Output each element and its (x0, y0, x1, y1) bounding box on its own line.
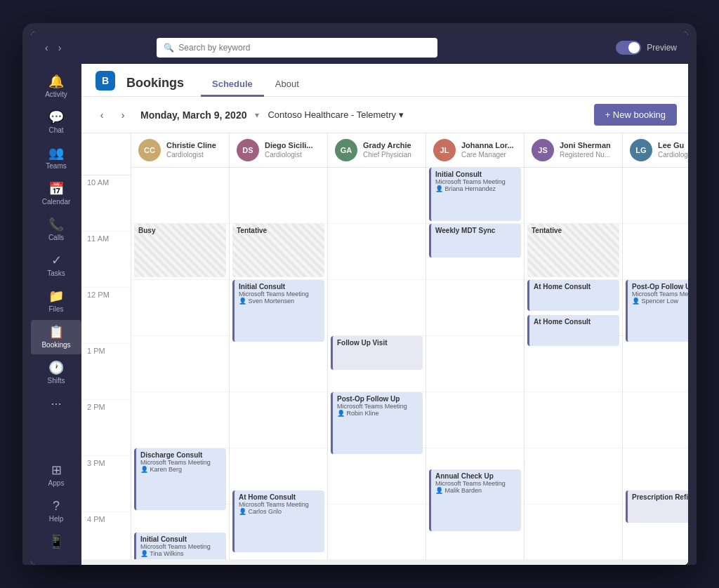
chat-icon: 💬 (48, 111, 64, 123)
search-bar[interactable]: 🔍 (157, 38, 437, 58)
grid-row (426, 336, 524, 392)
event-title: Tentative (237, 227, 267, 234)
sidebar-item-help[interactable]: ? Help (31, 494, 81, 528)
event-postop-grady[interactable]: Post-Op Follow Up Microsoft Teams Meetin… (331, 392, 423, 454)
grid-row (131, 392, 229, 448)
staff-role-diego: Cardiologist (265, 151, 312, 159)
event-title: Post-Op Follow Up (337, 395, 418, 403)
event-title: At Home Consult (534, 283, 615, 290)
event-tentative-diego[interactable]: Tentative (232, 224, 324, 277)
horizontal-scrollbar[interactable] (81, 559, 688, 565)
event-discharge-christie[interactable]: Discharge Consult Microsoft Teams Meetin… (134, 448, 226, 510)
event-athome2-joni[interactable]: At Home Consult (527, 315, 619, 346)
cal-nav-arrows: ‹ › (93, 106, 132, 124)
event-prescription-leegu[interactable]: Prescription Refill (626, 490, 688, 523)
grid-row (525, 505, 622, 559)
event-person: 👤 Briana Hernandez (435, 185, 517, 192)
time-slot-2pm: 2 PM (81, 400, 131, 456)
grid-row (623, 224, 688, 280)
sidebar-item-calendar[interactable]: 📅 Calendar (31, 177, 81, 211)
grid-row (230, 392, 327, 448)
time-column: 10 AM 11 AM 12 PM 1 PM 2 PM 3 PM 4 PM 5 … (81, 133, 131, 559)
staff-col-grady: GA Grady Archie Chief Physician (327, 133, 426, 559)
staff-col-leegu: LG Lee Gu Cardiologist (622, 133, 688, 559)
tab-schedule[interactable]: Schedule (201, 73, 264, 97)
sidebar-item-teams[interactable]: 👥 Teams (31, 141, 81, 175)
event-initial-christie[interactable]: Initial Consult Microsoft Teams Meeting … (134, 533, 226, 559)
files-icon: 📁 (48, 290, 64, 302)
staff-body-diego: Tentative Initial Consult Microsoft Team… (230, 168, 327, 559)
sidebar-item-apps[interactable]: ⊞ Apps (31, 458, 81, 493)
staff-info-leegu: Lee Gu Cardiologist (658, 141, 688, 159)
grid-row (426, 392, 524, 448)
event-busy-christie[interactable]: Busy (134, 224, 226, 277)
staff-avatar-johanna: JL (433, 139, 456, 161)
time-slot-12pm: 12 PM (81, 288, 131, 344)
staff-header-grady: GA Grady Archie Chief Physician (328, 133, 426, 168)
event-initial-diego[interactable]: Initial Consult Microsoft Teams Meeting … (232, 280, 324, 342)
sidebar-item-tasks[interactable]: ✓ Tasks (31, 248, 81, 283)
sidebar-item-files[interactable]: 📁 Files (31, 284, 81, 319)
tab-about[interactable]: About (264, 73, 310, 97)
sidebar-item-device[interactable]: 📱 (31, 530, 81, 554)
staff-header-joni: JS Joni Sherman Registered Nu... (525, 133, 622, 168)
back-button[interactable]: ‹ (42, 41, 51, 55)
calendar-container[interactable]: 10 AM 11 AM 12 PM 1 PM 2 PM 3 PM 4 PM 5 … (81, 133, 688, 559)
time-slot-3pm: 3 PM (81, 456, 131, 512)
apps-icon: ⊞ (51, 464, 62, 476)
sidebar-label-tasks: Tasks (47, 269, 65, 277)
grid-row (230, 336, 327, 392)
tasks-icon: ✓ (51, 254, 62, 267)
new-booking-button[interactable]: + New booking (594, 104, 677, 126)
event-athome-diego[interactable]: At Home Consult Microsoft Teams Meeting … (232, 490, 324, 552)
grid-row (328, 168, 426, 224)
cal-next-button[interactable]: › (114, 106, 132, 124)
staff-name-johanna: Johanna Lor... (461, 141, 514, 150)
event-person: 👤 Tina Wilkins (140, 550, 222, 557)
event-person: 👤 Karen Berg (140, 466, 222, 473)
event-title: Prescription Refill (632, 493, 688, 501)
preview-toggle[interactable] (616, 41, 641, 55)
event-postop-leegu[interactable]: Post-Op Follow Up Microsoft Teams Meetin… (626, 280, 688, 342)
sidebar-item-bookings[interactable]: 📋 Bookings (31, 320, 81, 354)
preview-label: Preview (647, 43, 677, 53)
event-title: At Home Consult (239, 493, 320, 501)
event-followup-grady[interactable]: Follow Up Visit (331, 336, 423, 370)
event-person: 👤 Malik Barden (435, 487, 517, 494)
event-mdt-johanna[interactable]: Weekly MDT Sync (429, 224, 521, 258)
sidebar-item-calls[interactable]: 📞 Calls (31, 213, 81, 247)
content-area: B Bookings Schedule About ‹ › Monday, Ma… (81, 64, 688, 565)
sidebar-item-activity[interactable]: 🔔 Activity (31, 69, 81, 104)
location-label[interactable]: Contoso Healthcare - Telemetry ▾ (268, 109, 404, 120)
staff-col-diego: DS Diego Sicili... Cardiologist (229, 133, 327, 559)
grid-row (525, 168, 622, 224)
grid-row (525, 392, 622, 448)
sidebar-item-shifts[interactable]: 🕐 Shifts (31, 356, 81, 390)
time-slot-11am: 11 AM (81, 232, 131, 288)
staff-name-leegu: Lee Gu (658, 141, 688, 150)
date-label[interactable]: Monday, March 9, 2020 (140, 109, 246, 121)
staff-columns: CC Christie Cline Cardiologist (131, 133, 688, 559)
app-layout: 🔔 Activity 💬 Chat 👥 Teams 📅 Calendar 📞 (31, 64, 688, 565)
staff-body-christie: Busy Discharge Consult Microsoft Teams M… (131, 168, 229, 559)
grid-row (131, 168, 229, 224)
event-tentative-joni[interactable]: Tentative (527, 224, 619, 277)
forward-button[interactable]: › (55, 41, 65, 55)
sidebar-item-chat[interactable]: 💬 Chat (31, 105, 81, 140)
staff-role-grady: Chief Physician (363, 151, 411, 159)
sidebar-label-files: Files (48, 305, 63, 313)
event-athome1-joni[interactable]: At Home Consult (527, 280, 619, 311)
event-title: Discharge Consult (140, 451, 222, 459)
staff-body-johanna: Initial Consult Microsoft Teams Meeting … (426, 168, 524, 559)
sidebar-item-more[interactable]: ··· (31, 392, 81, 415)
event-annual-johanna[interactable]: Annual Check Up Microsoft Teams Meeting … (429, 469, 521, 531)
search-input[interactable] (178, 43, 430, 53)
cal-prev-button[interactable]: ‹ (93, 106, 111, 124)
grid-row (623, 336, 688, 392)
date-dropdown-icon: ▾ (255, 110, 259, 120)
grid-row (230, 168, 327, 224)
more-icon: ··· (51, 397, 61, 410)
event-title: Initial Consult (435, 171, 517, 178)
staff-body-grady: Follow Up Visit Post-Op Follow Up Micros… (328, 168, 426, 559)
event-initial-johanna[interactable]: Initial Consult Microsoft Teams Meeting … (429, 168, 521, 221)
